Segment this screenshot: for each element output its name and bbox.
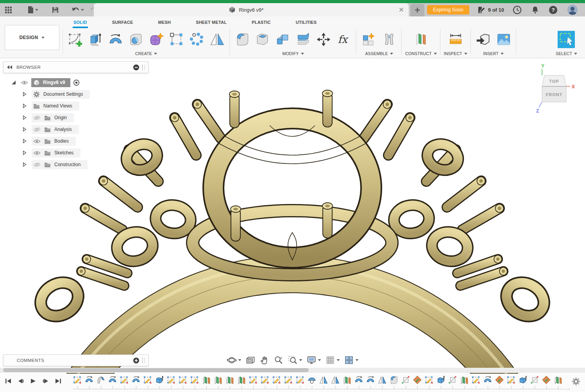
group-dropdown-construct[interactable]: CONSTRUCT — [405, 51, 437, 56]
select-button[interactable] — [557, 29, 575, 50]
timeline-feature-29-axis[interactable] — [400, 374, 411, 385]
timeline-feature-37-project[interactable] — [494, 374, 505, 385]
workspace-switcher-design[interactable]: DESIGN — [5, 25, 59, 50]
save-button[interactable] — [51, 4, 60, 15]
job-status-clock-icon[interactable] — [512, 4, 522, 15]
create-sketch-button[interactable] — [66, 29, 84, 50]
insert-derive-button[interactable] — [474, 29, 492, 50]
timeline-feature-9-sketch[interactable] — [165, 374, 177, 385]
split-body-button[interactable] — [294, 29, 312, 50]
timeline-feature-39-extrude[interactable] — [517, 374, 529, 385]
timeline-step-forward-button[interactable] — [41, 377, 50, 385]
timeline-feature-22-mirror[interactable] — [318, 374, 329, 385]
timeline-feature-6-revolve[interactable] — [130, 374, 142, 385]
tab-sheet-metal[interactable]: SHEET METAL — [195, 18, 227, 28]
tab-surface[interactable]: SURFACE — [111, 18, 134, 28]
timeline-settings-gear-icon[interactable] — [572, 377, 580, 386]
timeline-feature-34-plane[interactable] — [458, 374, 470, 385]
group-dropdown-inspect[interactable]: INSPECT — [444, 51, 467, 56]
view-cube[interactable]: TOP FRONT Y X Z — [532, 63, 576, 115]
timeline-feature-1-sketch[interactable] — [72, 374, 83, 385]
browser-item-origin[interactable]: Origin — [22, 112, 148, 124]
zoom-button[interactable]: ± — [274, 355, 283, 365]
timeline-feature-41-project[interactable] — [540, 374, 552, 385]
timeline-feature-13-plane[interactable] — [212, 374, 224, 385]
canvas-button[interactable] — [495, 29, 513, 50]
timeline-feature-12-plane[interactable] — [200, 374, 212, 385]
construction-plane-button[interactable] — [412, 29, 430, 50]
timeline-skip-end-button[interactable] — [53, 377, 63, 385]
model-viewport[interactable]: BROWSER Ringv6 v9 Document SettingsNamed… — [0, 58, 585, 374]
tab-solid[interactable]: SOLID — [73, 18, 88, 28]
tab-mesh[interactable]: MESH — [157, 18, 172, 28]
orbit-button[interactable] — [227, 355, 241, 365]
form-button[interactable] — [147, 29, 165, 50]
timeline-feature-5-sketch[interactable] — [118, 374, 130, 385]
timeline-feature-32-extrude[interactable] — [435, 374, 447, 385]
timeline-feature-36-revolve[interactable] — [482, 374, 494, 385]
browser-item-bodies[interactable]: Bodies — [22, 135, 148, 147]
timeline-feature-18-sketch[interactable] — [271, 374, 283, 385]
timeline-feature-21-sweep2[interactable] — [306, 374, 318, 385]
timeline-feature-28-fillet[interactable] — [388, 374, 400, 385]
fillet-button[interactable] — [233, 29, 251, 50]
timeline-feature-7-sketch[interactable] — [142, 374, 154, 385]
timeline-skip-start-button[interactable] — [3, 377, 13, 385]
visibility-eye-icon[interactable] — [33, 139, 41, 144]
timeline-feature-16-sketch[interactable] — [247, 374, 259, 385]
document-tab[interactable]: Ringv6 v9* ✕ — [94, 3, 409, 16]
expand-arrow-icon[interactable] — [22, 138, 28, 144]
expand-arrow-icon[interactable] — [22, 126, 28, 132]
revolve-button[interactable] — [107, 29, 125, 50]
window-zoom-button[interactable] — [288, 355, 302, 365]
group-dropdown-insert[interactable]: INSERT — [483, 51, 504, 56]
minimize-panel-icon[interactable] — [133, 64, 140, 71]
visibility-hidden-eye-icon[interactable] — [33, 115, 41, 120]
timeline-feature-35-sketch[interactable] — [470, 374, 482, 385]
pan-button[interactable] — [259, 355, 269, 365]
browser-item-construction[interactable]: Construction — [22, 159, 148, 170]
expand-arrow-icon[interactable] — [22, 91, 28, 97]
new-tab-button[interactable]: + — [410, 4, 424, 16]
browser-root-row[interactable]: Ringv6 v9 — [11, 77, 148, 88]
group-dropdown-select[interactable]: SELECT — [556, 51, 577, 56]
timeline-feature-10-sketch[interactable] — [177, 374, 189, 385]
viewcube-top-label[interactable]: TOP — [549, 79, 559, 84]
file-menu-button[interactable] — [26, 4, 39, 15]
panel-grip[interactable] — [142, 358, 145, 363]
root-component-node[interactable]: Ringv6 v9 — [31, 78, 70, 87]
panel-grip[interactable] — [142, 64, 145, 70]
timeline-feature-23-mirror[interactable] — [329, 374, 341, 385]
timeline-feature-2-revolve[interactable] — [83, 374, 95, 385]
collapse-panel-icon[interactable] — [7, 65, 13, 70]
browser-header[interactable]: BROWSER — [3, 61, 148, 73]
tab-plastic[interactable]: PLASTIC — [251, 18, 271, 28]
expiring-soon-badge[interactable]: Expiring Soon — [427, 5, 469, 14]
tab-utilities[interactable]: UTILITIES — [295, 18, 318, 28]
timeline-feature-27-mirror[interactable] — [376, 374, 388, 385]
account-avatar[interactable] — [566, 4, 579, 15]
browser-item-sketches[interactable]: Sketches — [22, 147, 148, 159]
timeline-feature-26-revolve[interactable] — [365, 374, 376, 385]
group-dropdown-modify[interactable]: MODIFY — [282, 51, 304, 56]
browser-item-named-views[interactable]: Named Views — [22, 100, 148, 112]
look-at-button[interactable] — [245, 355, 255, 365]
hole-button[interactable] — [127, 29, 145, 50]
timeline-feature-14-plane[interactable] — [224, 374, 236, 385]
notifications-bell-icon[interactable] — [530, 4, 540, 15]
joint-button[interactable] — [380, 29, 398, 50]
timeline-feature-38-sketch[interactable] — [505, 374, 517, 385]
timeline-feature-4-revolve[interactable] — [107, 374, 118, 385]
timeline-step-back-button[interactable] — [16, 377, 25, 385]
group-dropdown-assemble[interactable]: ASSEMBLE — [365, 51, 393, 56]
visibility-eye-icon[interactable] — [21, 80, 28, 85]
timeline-feature-20-sketch[interactable] — [294, 374, 306, 385]
undo-button[interactable] — [71, 4, 85, 15]
expand-arrow-icon[interactable] — [22, 115, 28, 121]
timeline-feature-42-plane[interactable] — [552, 374, 564, 385]
group-dropdown-create[interactable]: CREATE — [135, 51, 157, 56]
move-button[interactable] — [315, 29, 333, 50]
collapse-arrow-icon[interactable] — [11, 79, 17, 86]
timeline-scrollbar-thumb[interactable] — [3, 368, 309, 372]
app-grid-icon[interactable] — [4, 4, 13, 15]
